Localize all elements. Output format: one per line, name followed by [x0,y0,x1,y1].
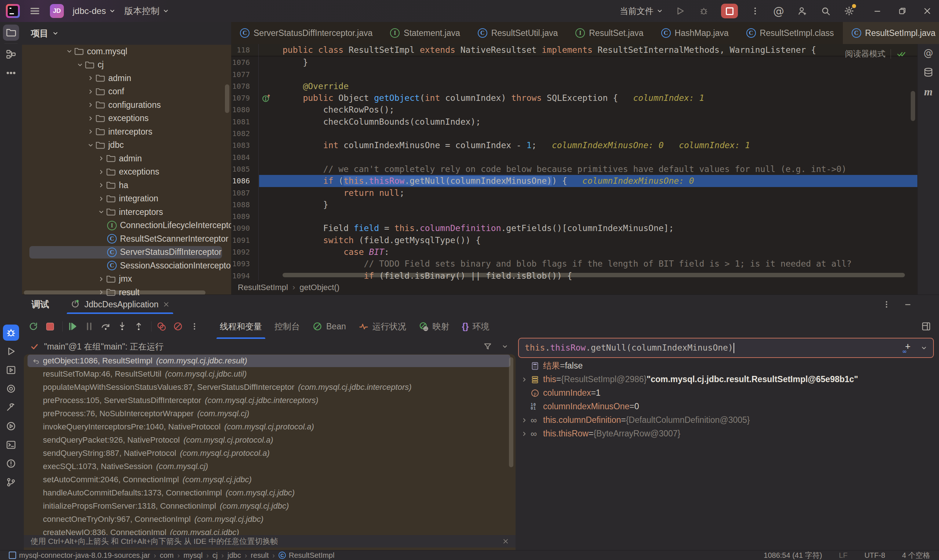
variable-row-结果[interactable]: 结果 = false [518,359,936,372]
variable-row-columnIndexMinusOne[interactable]: 1001columnIndexMinusOne = 0 [518,400,936,413]
debug-view-tab-线程和变量[interactable]: 线程和变量 [214,314,268,339]
status-path-item[interactable]: com [160,551,174,560]
chevron-right-icon[interactable] [518,376,530,383]
resume-icon[interactable] [67,321,78,332]
editor-tab-ResultSetImpl.java[interactable]: CResultSetImpl.java [843,22,939,44]
restore-button[interactable] [898,6,907,15]
editor-tab-ResultSet.java[interactable]: IResultSet.java [567,22,652,44]
tree-item-cj[interactable]: cj [22,58,231,72]
tree-item-interceptors[interactable]: interceptors [22,125,231,138]
close-hint-icon[interactable] [502,538,509,545]
structure-icon[interactable] [3,46,19,62]
debug-view-tab-控制台[interactable]: 控制台 [268,314,306,339]
editor-vertical-scrollbar[interactable] [911,91,915,121]
more-icon[interactable] [189,321,200,332]
endpoints-icon[interactable] [3,381,19,397]
chevron-right-icon[interactable] [97,167,106,177]
tree-item-integration[interactable]: integration [22,192,231,206]
chevron-down-icon[interactable] [502,343,508,350]
main-menu-icon[interactable] [29,5,41,17]
tree-item-interceptors[interactable]: interceptors [22,205,231,219]
terminal-icon[interactable] [3,437,19,453]
status-path-item[interactable]: jdbc [228,551,241,560]
database-icon[interactable] [920,64,936,80]
project-panel-header[interactable]: 项目 [22,22,231,45]
stack-frame[interactable]: preProcess:105, ServerStatusDiffIntercep… [24,394,515,407]
evaluate-expression-input[interactable]: this.thisRow.getNull(columnIndexMinusOne… [518,338,934,358]
tree-item-SessionAssociationInterceptor[interactable]: CSessionAssociationInterceptor [22,259,231,272]
problems-icon[interactable] [3,455,19,472]
stop-icon[interactable] [45,321,56,332]
chevron-down-icon[interactable] [97,207,106,217]
tree-item-ha[interactable]: ha [22,178,231,192]
tree-item-exceptions[interactable]: exceptions [22,165,231,179]
run-config-widget[interactable]: 当前文件 [620,6,663,17]
variable-row-this.columnDefinition[interactable]: ∞this.columnDefinition = {DefaultColumnD… [518,413,936,427]
status-path-item[interactable]: cj [213,551,217,560]
thread-status-row[interactable]: "main"@1 在组"main": 正在运行 [22,340,515,354]
debug-icon[interactable] [698,5,710,17]
editor-tab-ServerStatusDiffInterceptor.java[interactable]: CServerStatusDiffInterceptor.java [231,22,381,44]
layout-settings-icon[interactable] [921,322,939,331]
tree-item-admin[interactable]: admin [22,152,231,165]
stack-frame[interactable]: handleAutoCommitDefaults:1373, Connectio… [24,486,515,500]
services-icon[interactable] [3,362,19,378]
tree-item-ResultSetScannerInterceptor[interactable]: CResultSetScannerInterceptor [22,232,231,246]
stack-frame[interactable]: invokeQueryInterceptorsPre:1040, NativeP… [24,420,515,434]
more-actions-icon[interactable] [749,5,762,17]
project-switcher[interactable]: jdbc-des [72,6,116,16]
chevron-right-icon[interactable] [97,180,106,190]
add-to-watches-icon[interactable]: +∞ [902,343,913,354]
stack-frame[interactable]: getObject:1086, ResultSetImpl(com.mysql.… [24,354,515,368]
indent-style[interactable]: 4 个空格 [902,551,930,560]
status-path-item[interactable]: CResultSetImpl [279,551,335,560]
stack-frame[interactable]: resultSetToMap:46, ResultSetUtil(com.mys… [24,368,515,381]
tree-item-exceptions[interactable]: exceptions [22,112,231,125]
chevron-right-icon[interactable] [86,73,96,83]
chevron-right-icon[interactable] [518,431,530,437]
search-icon[interactable] [819,5,832,17]
add-user-icon[interactable] [796,5,808,17]
hide-panel-icon[interactable] [904,300,912,308]
tree-item-configurations[interactable]: configurations [22,98,231,112]
editor-tab-ResultSetUtil.java[interactable]: CResultSetUtil.java [469,22,567,44]
chevron-right-icon[interactable] [86,114,96,123]
tree-item-com.mysql[interactable]: com.mysql [22,45,231,58]
stack-frame[interactable]: initializePropsFromServer:1318, Connecti… [24,500,515,513]
settings-gear-icon[interactable] [843,5,855,17]
chevron-right-icon[interactable] [86,127,96,137]
maven-icon[interactable]: m [920,84,936,100]
view-breakpoints-icon[interactable] [156,321,167,332]
tree-vertical-scrollbar[interactable] [225,85,229,113]
debug-view-tab-环境[interactable]: {}环境 [456,314,496,339]
editor-tab-ResultSetImpl.class[interactable]: CResultSetImpl.class [737,22,843,44]
chevron-down-icon[interactable] [86,140,96,150]
tree-item-conf[interactable]: conf [22,85,231,98]
debug-panel-options-icon[interactable] [882,300,891,308]
stack-frame[interactable]: execSQL:1073, NativeSession(com.mysql.cj… [24,460,515,473]
chevron-right-icon[interactable] [97,194,106,203]
debug-view-tab-运行状况[interactable]: 运行状况 [352,314,412,339]
variable-row-this.thisRow[interactable]: ∞this.thisRow = {ByteArrayRow@3007} [518,427,936,440]
variable-row-columnIndex[interactable]: pcolumnIndex = 1 [518,386,936,400]
chevron-right-icon[interactable] [97,288,106,297]
stop-button[interactable] [721,4,738,18]
build-icon[interactable] [3,399,19,415]
stack-frame[interactable]: sendQueryPacket:926, NativeProtocol(com.… [24,434,515,447]
code-line-1086[interactable]: 1086 if (this.thisRow.getNull(columnInde… [231,175,917,187]
debug-icon[interactable] [3,325,19,341]
tree-item-ServerStatusDiffInterceptor[interactable]: CServerStatusDiffInterceptor [22,246,231,259]
filter-funnel-icon[interactable] [483,342,492,351]
code-editor[interactable]: 阅读器模式 118public class ResultSetImpl exte… [231,44,917,280]
stack-frame[interactable]: populateMapWithSessionStatusValues:87, S… [24,381,515,394]
debug-session-tab[interactable]: JdbcDesApplication [67,295,173,314]
caret-position[interactable]: 1086:54 (41 字符) [763,551,822,560]
minimize-button[interactable] [873,6,882,15]
close-button[interactable] [923,6,932,15]
stack-frame[interactable]: setAutoCommit:2046, ConnectionImpl(com.m… [24,473,515,486]
mute-breakpoints-icon[interactable] [173,321,183,332]
vcs-widget[interactable]: 版本控制 [124,5,169,17]
pause-icon[interactable] [84,321,95,332]
run-icon[interactable] [674,5,686,17]
chevron-right-icon[interactable] [97,154,106,163]
